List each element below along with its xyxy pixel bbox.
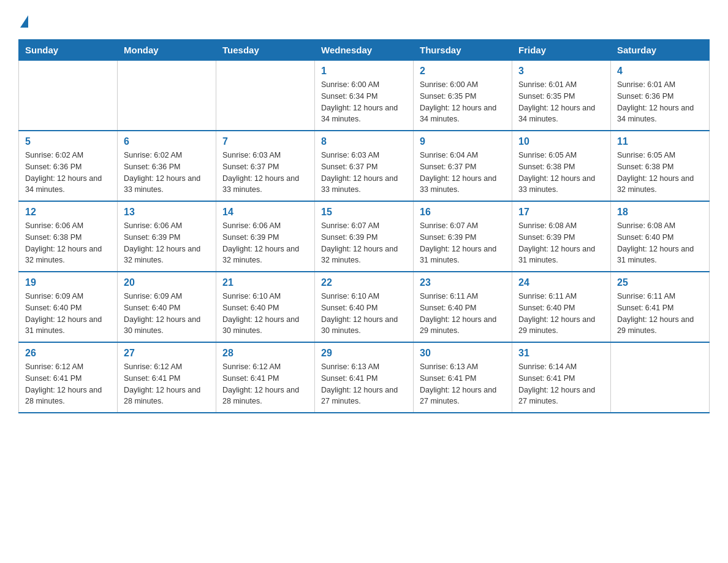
day-info: Sunrise: 6:02 AM Sunset: 6:36 PM Dayligh…	[124, 150, 210, 196]
day-info: Sunrise: 6:03 AM Sunset: 6:37 PM Dayligh…	[222, 150, 308, 196]
calendar-day-cell: 6Sunrise: 6:02 AM Sunset: 6:36 PM Daylig…	[118, 131, 216, 201]
calendar-table: SundayMondayTuesdayWednesdayThursdayFrid…	[18, 39, 710, 413]
calendar-day-cell: 20Sunrise: 6:09 AM Sunset: 6:40 PM Dayli…	[118, 272, 216, 342]
day-info: Sunrise: 6:12 AM Sunset: 6:41 PM Dayligh…	[25, 361, 111, 407]
calendar-day-cell: 1Sunrise: 6:00 AM Sunset: 6:34 PM Daylig…	[315, 61, 414, 131]
day-info: Sunrise: 6:08 AM Sunset: 6:40 PM Dayligh…	[617, 220, 703, 266]
day-number: 18	[617, 207, 703, 218]
calendar-day-cell: 27Sunrise: 6:12 AM Sunset: 6:41 PM Dayli…	[118, 342, 216, 413]
calendar-day-cell: 10Sunrise: 6:05 AM Sunset: 6:38 PM Dayli…	[512, 131, 611, 201]
calendar-day-cell: 24Sunrise: 6:11 AM Sunset: 6:40 PM Dayli…	[512, 272, 611, 342]
day-number: 24	[518, 277, 604, 288]
day-info: Sunrise: 6:13 AM Sunset: 6:41 PM Dayligh…	[420, 361, 506, 407]
day-number: 9	[420, 136, 506, 147]
day-info: Sunrise: 6:03 AM Sunset: 6:37 PM Dayligh…	[321, 150, 407, 196]
day-number: 23	[420, 277, 506, 288]
day-of-week-header: Tuesday	[216, 40, 315, 61]
day-info: Sunrise: 6:05 AM Sunset: 6:38 PM Dayligh…	[617, 150, 703, 196]
day-info: Sunrise: 6:01 AM Sunset: 6:35 PM Dayligh…	[518, 79, 604, 125]
day-info: Sunrise: 6:06 AM Sunset: 6:39 PM Dayligh…	[124, 220, 210, 266]
calendar-day-cell	[118, 61, 216, 131]
day-number: 19	[25, 277, 111, 288]
calendar-day-cell: 9Sunrise: 6:04 AM Sunset: 6:37 PM Daylig…	[414, 131, 512, 201]
days-of-week-row: SundayMondayTuesdayWednesdayThursdayFrid…	[19, 40, 710, 61]
logo-triangle-icon	[20, 15, 28, 28]
day-number: 13	[124, 207, 210, 218]
day-info: Sunrise: 6:12 AM Sunset: 6:41 PM Dayligh…	[222, 361, 308, 407]
day-number: 1	[321, 66, 407, 77]
day-info: Sunrise: 6:04 AM Sunset: 6:37 PM Dayligh…	[420, 150, 506, 196]
day-info: Sunrise: 6:01 AM Sunset: 6:36 PM Dayligh…	[617, 79, 703, 125]
calendar-day-cell: 5Sunrise: 6:02 AM Sunset: 6:36 PM Daylig…	[19, 131, 118, 201]
calendar-day-cell: 22Sunrise: 6:10 AM Sunset: 6:40 PM Dayli…	[315, 272, 414, 342]
calendar-day-cell	[19, 61, 118, 131]
calendar-week-row: 5Sunrise: 6:02 AM Sunset: 6:36 PM Daylig…	[19, 131, 710, 201]
day-number: 29	[321, 348, 407, 359]
day-of-week-header: Saturday	[611, 40, 710, 61]
day-number: 3	[518, 66, 604, 77]
calendar-day-cell: 18Sunrise: 6:08 AM Sunset: 6:40 PM Dayli…	[611, 201, 710, 272]
calendar-day-cell: 19Sunrise: 6:09 AM Sunset: 6:40 PM Dayli…	[19, 272, 118, 342]
day-info: Sunrise: 6:07 AM Sunset: 6:39 PM Dayligh…	[321, 220, 407, 266]
logo-blue-text	[18, 12, 28, 29]
day-number: 10	[518, 136, 604, 147]
day-of-week-header: Thursday	[414, 40, 512, 61]
day-number: 26	[25, 348, 111, 359]
day-number: 17	[518, 207, 604, 218]
day-info: Sunrise: 6:12 AM Sunset: 6:41 PM Dayligh…	[124, 361, 210, 407]
calendar-day-cell: 7Sunrise: 6:03 AM Sunset: 6:37 PM Daylig…	[216, 131, 315, 201]
day-info: Sunrise: 6:06 AM Sunset: 6:38 PM Dayligh…	[25, 220, 111, 266]
calendar-day-cell: 16Sunrise: 6:07 AM Sunset: 6:39 PM Dayli…	[414, 201, 512, 272]
day-number: 2	[420, 66, 506, 77]
calendar-body: 1Sunrise: 6:00 AM Sunset: 6:34 PM Daylig…	[19, 61, 710, 413]
day-number: 15	[321, 207, 407, 218]
day-number: 4	[617, 66, 703, 77]
day-number: 11	[617, 136, 703, 147]
day-number: 27	[124, 348, 210, 359]
day-info: Sunrise: 6:09 AM Sunset: 6:40 PM Dayligh…	[124, 291, 210, 337]
calendar-day-cell: 17Sunrise: 6:08 AM Sunset: 6:39 PM Dayli…	[512, 201, 611, 272]
day-info: Sunrise: 6:10 AM Sunset: 6:40 PM Dayligh…	[321, 291, 407, 337]
calendar-week-row: 1Sunrise: 6:00 AM Sunset: 6:34 PM Daylig…	[19, 61, 710, 131]
page-header	[18, 12, 710, 29]
day-info: Sunrise: 6:05 AM Sunset: 6:38 PM Dayligh…	[518, 150, 604, 196]
calendar-day-cell: 14Sunrise: 6:06 AM Sunset: 6:39 PM Dayli…	[216, 201, 315, 272]
day-info: Sunrise: 6:11 AM Sunset: 6:41 PM Dayligh…	[617, 291, 703, 337]
calendar-day-cell: 30Sunrise: 6:13 AM Sunset: 6:41 PM Dayli…	[414, 342, 512, 413]
calendar-week-row: 19Sunrise: 6:09 AM Sunset: 6:40 PM Dayli…	[19, 272, 710, 342]
day-info: Sunrise: 6:07 AM Sunset: 6:39 PM Dayligh…	[420, 220, 506, 266]
day-of-week-header: Friday	[512, 40, 611, 61]
calendar-day-cell	[611, 342, 710, 413]
day-info: Sunrise: 6:09 AM Sunset: 6:40 PM Dayligh…	[25, 291, 111, 337]
calendar-week-row: 26Sunrise: 6:12 AM Sunset: 6:41 PM Dayli…	[19, 342, 710, 413]
calendar-day-cell: 11Sunrise: 6:05 AM Sunset: 6:38 PM Dayli…	[611, 131, 710, 201]
day-number: 31	[518, 348, 604, 359]
day-info: Sunrise: 6:00 AM Sunset: 6:35 PM Dayligh…	[420, 79, 506, 125]
day-number: 7	[222, 136, 308, 147]
logo	[18, 12, 28, 29]
day-number: 25	[617, 277, 703, 288]
day-number: 21	[222, 277, 308, 288]
day-info: Sunrise: 6:11 AM Sunset: 6:40 PM Dayligh…	[420, 291, 506, 337]
calendar-day-cell: 26Sunrise: 6:12 AM Sunset: 6:41 PM Dayli…	[19, 342, 118, 413]
day-info: Sunrise: 6:10 AM Sunset: 6:40 PM Dayligh…	[222, 291, 308, 337]
calendar-day-cell: 8Sunrise: 6:03 AM Sunset: 6:37 PM Daylig…	[315, 131, 414, 201]
day-info: Sunrise: 6:02 AM Sunset: 6:36 PM Dayligh…	[25, 150, 111, 196]
day-info: Sunrise: 6:00 AM Sunset: 6:34 PM Dayligh…	[321, 79, 407, 125]
calendar-day-cell: 12Sunrise: 6:06 AM Sunset: 6:38 PM Dayli…	[19, 201, 118, 272]
day-number: 14	[222, 207, 308, 218]
calendar-day-cell: 3Sunrise: 6:01 AM Sunset: 6:35 PM Daylig…	[512, 61, 611, 131]
day-of-week-header: Wednesday	[315, 40, 414, 61]
day-info: Sunrise: 6:11 AM Sunset: 6:40 PM Dayligh…	[518, 291, 604, 337]
calendar-day-cell: 13Sunrise: 6:06 AM Sunset: 6:39 PM Dayli…	[118, 201, 216, 272]
calendar-day-cell: 4Sunrise: 6:01 AM Sunset: 6:36 PM Daylig…	[611, 61, 710, 131]
day-number: 6	[124, 136, 210, 147]
calendar-header: SundayMondayTuesdayWednesdayThursdayFrid…	[19, 40, 710, 61]
day-info: Sunrise: 6:13 AM Sunset: 6:41 PM Dayligh…	[321, 361, 407, 407]
calendar-day-cell: 23Sunrise: 6:11 AM Sunset: 6:40 PM Dayli…	[414, 272, 512, 342]
day-number: 5	[25, 136, 111, 147]
day-number: 30	[420, 348, 506, 359]
calendar-day-cell: 21Sunrise: 6:10 AM Sunset: 6:40 PM Dayli…	[216, 272, 315, 342]
calendar-week-row: 12Sunrise: 6:06 AM Sunset: 6:38 PM Dayli…	[19, 201, 710, 272]
day-number: 20	[124, 277, 210, 288]
